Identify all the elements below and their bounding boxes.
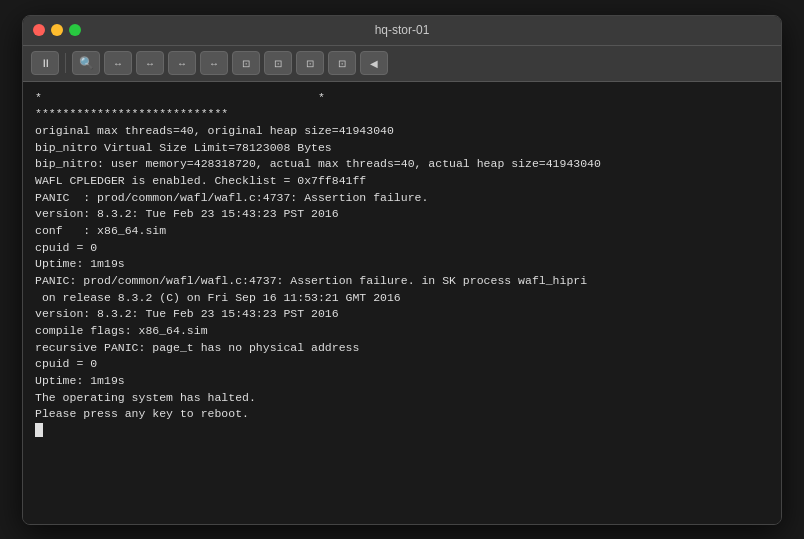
nav-button-4[interactable]: ↔ [200,51,228,75]
terminal-line: * * [35,90,769,107]
toolbar: ⏸ 🔍 ↔ ↔ ↔ ↔ ⊡ ⊡ ⊡ ⊡ ◀ [23,46,781,82]
terminal-line: version: 8.3.2: Tue Feb 23 15:43:23 PST … [35,206,769,223]
terminal-line: original max threads=40, original heap s… [35,123,769,140]
terminal-line: recursive PANIC: page_t has no physical … [35,340,769,357]
minimize-button[interactable] [51,24,63,36]
terminal-line: compile flags: x86_64.sim [35,323,769,340]
titlebar: hq-stor-01 [23,16,781,46]
terminal-window: hq-stor-01 ⏸ 🔍 ↔ ↔ ↔ ↔ ⊡ ⊡ ⊡ [22,15,782,525]
action-button-4[interactable]: ⊡ [328,51,356,75]
terminal-line: cpuid = 0 [35,356,769,373]
nav-button-2[interactable]: ↔ [136,51,164,75]
terminal-line: The operating system has halted. [35,390,769,407]
terminal-line: bip_nitro: user memory=428318720, actual… [35,156,769,173]
terminal-line: bip_nitro Virtual Size Limit=78123008 By… [35,140,769,157]
terminal-line: Uptime: 1m19s [35,373,769,390]
traffic-lights [33,24,81,36]
terminal-line: cpuid = 0 [35,240,769,257]
action-button-1[interactable]: ⊡ [232,51,260,75]
action-button-2[interactable]: ⊡ [264,51,292,75]
nav-button-3[interactable]: ↔ [168,51,196,75]
terminal-line: Please press any key to reboot. [35,406,769,423]
terminal-line: PANIC : prod/common/wafl/wafl.c:4737: As… [35,190,769,207]
close-button[interactable] [33,24,45,36]
window-title: hq-stor-01 [375,23,430,37]
terminal-output[interactable]: * *****************************original … [23,82,781,524]
cursor-line [35,423,769,440]
terminal-line: conf : x86_64.sim [35,223,769,240]
maximize-button[interactable] [69,24,81,36]
terminal-line: on release 8.3.2 (C) on Fri Sep 16 11:53… [35,290,769,307]
terminal-line: Uptime: 1m19s [35,256,769,273]
terminal-line: PANIC: prod/common/wafl/wafl.c:4737: Ass… [35,273,769,290]
terminal-line: WAFL CPLEDGER is enabled. Checklist = 0x… [35,173,769,190]
action-button-3[interactable]: ⊡ [296,51,324,75]
search-button[interactable]: 🔍 [72,51,100,75]
cursor [35,423,43,437]
nav-button-1[interactable]: ↔ [104,51,132,75]
separator-1 [65,53,66,73]
terminal-line: **************************** [35,106,769,123]
back-button[interactable]: ◀ [360,51,388,75]
terminal-line: version: 8.3.2: Tue Feb 23 15:43:23 PST … [35,306,769,323]
pause-button[interactable]: ⏸ [31,51,59,75]
